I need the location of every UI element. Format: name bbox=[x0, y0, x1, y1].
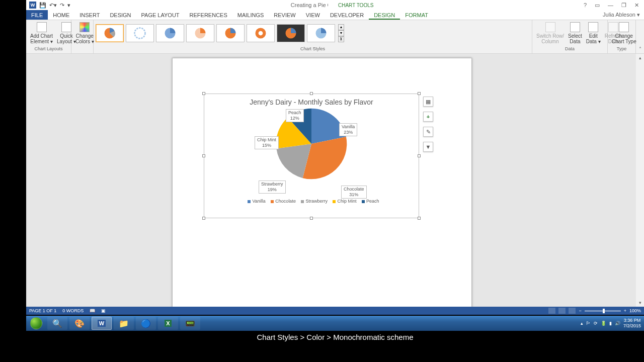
tray-show-hidden-icon[interactable]: ▴ bbox=[581, 321, 583, 326]
svg-point-6 bbox=[259, 31, 263, 36]
undo-icon[interactable]: ↶▾ bbox=[49, 2, 57, 9]
tab-chart-design[interactable]: DESIGN bbox=[369, 10, 400, 20]
data-label-peach[interactable]: Peach12% bbox=[286, 109, 304, 122]
zoom-in-button[interactable]: + bbox=[624, 308, 626, 313]
print-layout-icon[interactable] bbox=[558, 308, 566, 314]
tab-page-layout[interactable]: PAGE LAYOUT bbox=[136, 10, 185, 20]
taskbar-paint[interactable]: 🎨 bbox=[69, 317, 90, 330]
tab-insert[interactable]: INSERT bbox=[74, 10, 105, 20]
chart-style-3[interactable] bbox=[156, 24, 184, 42]
chart-style-7[interactable] bbox=[277, 24, 305, 42]
tray-clock[interactable]: 3:36 PM 7/2/2015 bbox=[623, 318, 641, 329]
svg-point-1 bbox=[135, 28, 145, 39]
taskbar-word[interactable]: W bbox=[92, 317, 112, 330]
status-page[interactable]: PAGE 1 OF 1 bbox=[29, 308, 56, 313]
tray-sync-icon[interactable]: ⟳ bbox=[594, 321, 598, 326]
chart-style-2[interactable] bbox=[126, 24, 154, 42]
tab-design[interactable]: DESIGN bbox=[105, 10, 136, 20]
scroll-up-icon[interactable]: ▴ bbox=[636, 54, 644, 62]
resize-handle[interactable] bbox=[202, 217, 205, 220]
chart-elements-button[interactable]: + bbox=[423, 112, 433, 122]
taskbar-excel[interactable]: X bbox=[158, 317, 178, 330]
ribbon-tabs: FILE HOME INSERT DESIGN PAGE LAYOUT REFE… bbox=[26, 10, 644, 20]
data-label-chip-mint[interactable]: Chip Mint15% bbox=[255, 136, 279, 149]
status-word-count[interactable]: 0 WORDS bbox=[62, 308, 84, 313]
tab-view[interactable]: VIEW bbox=[301, 10, 325, 20]
group-data: Switch Row/ Column Select Data Edit Data… bbox=[532, 20, 608, 53]
group-chart-styles: ▴ ▾ ⊻ Chart Styles bbox=[94, 20, 532, 53]
chart-style-5[interactable] bbox=[216, 24, 245, 42]
tab-home[interactable]: HOME bbox=[48, 10, 74, 20]
web-layout-icon[interactable] bbox=[569, 308, 576, 314]
chart-style-8[interactable] bbox=[307, 24, 335, 42]
chart-styles-button[interactable]: ✎ bbox=[423, 127, 433, 137]
chart-title[interactable]: Jenny's Dairy - Monthly Sales by Flavor bbox=[204, 94, 419, 106]
window-controls: ? ▭ — ❐ ✕ bbox=[582, 2, 644, 9]
document-area: Jenny's Dairy - Monthly Sales by Flavor … bbox=[26, 54, 644, 307]
change-colors-button[interactable]: Change Colors ▾ bbox=[73, 21, 96, 46]
legend-swatch bbox=[333, 200, 336, 203]
resize-handle[interactable] bbox=[418, 92, 421, 95]
resize-handle[interactable] bbox=[202, 92, 205, 95]
group-label-type: Type bbox=[610, 46, 633, 52]
qat-customize-icon[interactable]: ▾ bbox=[67, 2, 70, 9]
proofing-icon[interactable]: 📖 bbox=[90, 308, 95, 313]
account-user[interactable]: Julia Ableson ▾ bbox=[603, 12, 644, 18]
zoom-slider[interactable] bbox=[585, 310, 621, 312]
word-icon: W bbox=[29, 2, 36, 9]
add-chart-element-button[interactable]: Add Chart Element ▾ bbox=[28, 21, 55, 46]
taskbar-calculator[interactable]: 📟 bbox=[180, 317, 200, 330]
legend-swatch bbox=[301, 200, 304, 203]
help-icon[interactable]: ? bbox=[582, 2, 589, 8]
chart-styles-more-icon[interactable]: ⊻ bbox=[338, 36, 344, 42]
group-label-chart-styles: Chart Styles bbox=[96, 46, 530, 52]
macro-record-icon[interactable]: ▣ bbox=[101, 308, 106, 313]
word-window: W 💾 ↶▾ ↷ ▾ Creating a Pie Chart in Word … bbox=[26, 0, 644, 315]
data-label-vanilla[interactable]: Vanilla23% bbox=[339, 123, 357, 136]
tray-network-icon[interactable]: ▮ bbox=[609, 321, 612, 326]
chart-style-6[interactable] bbox=[247, 24, 275, 42]
tab-mailings[interactable]: MAILINGS bbox=[232, 10, 269, 20]
data-label-strawberry[interactable]: Strawberry19% bbox=[259, 180, 286, 194]
chart-legend[interactable]: Vanilla Chocolate Strawberry Chip Mint P… bbox=[204, 197, 419, 206]
taskbar-chrome[interactable]: 🔵 bbox=[136, 317, 156, 330]
scroll-down-icon[interactable]: ▾ bbox=[636, 299, 644, 307]
resize-handle[interactable] bbox=[310, 217, 313, 220]
chart-style-1[interactable] bbox=[96, 24, 124, 42]
chart-style-4[interactable] bbox=[186, 24, 214, 42]
read-mode-icon[interactable] bbox=[548, 308, 555, 314]
edit-data-button[interactable]: Edit Data ▾ bbox=[584, 21, 603, 46]
tab-developer[interactable]: DEVELOPER bbox=[325, 10, 369, 20]
tab-review[interactable]: REVIEW bbox=[269, 10, 300, 20]
collapse-ribbon-icon[interactable]: ˄ bbox=[639, 46, 641, 52]
layout-options-button[interactable]: ▦ bbox=[423, 97, 433, 107]
taskbar-magnifier[interactable]: 🔍 bbox=[47, 317, 67, 330]
select-data-button[interactable]: Select Data bbox=[566, 21, 584, 46]
tab-chart-format[interactable]: FORMAT bbox=[400, 10, 433, 20]
chart-styles-scroll-up-icon[interactable]: ▴ bbox=[338, 24, 344, 30]
redo-icon[interactable]: ↷ bbox=[60, 2, 64, 9]
zoom-level[interactable]: 100% bbox=[629, 308, 641, 313]
minimize-icon[interactable]: — bbox=[606, 2, 615, 8]
vertical-scrollbar[interactable]: ▴ ▾ bbox=[636, 54, 644, 307]
chart-styles-scroll-down-icon[interactable]: ▾ bbox=[338, 30, 344, 36]
zoom-out-button[interactable]: − bbox=[579, 308, 581, 313]
tab-references[interactable]: REFERENCES bbox=[185, 10, 232, 20]
save-icon[interactable]: 💾 bbox=[39, 2, 46, 9]
tray-action-center-icon[interactable]: 🏳 bbox=[586, 321, 591, 326]
pie-plot-area[interactable]: Vanilla23% Chocolate31% Strawberry19% Ch… bbox=[204, 106, 419, 197]
tab-file[interactable]: FILE bbox=[26, 10, 48, 20]
start-button[interactable] bbox=[26, 316, 46, 331]
chart-object[interactable]: Jenny's Dairy - Monthly Sales by Flavor … bbox=[204, 94, 419, 218]
restore-icon[interactable]: ❐ bbox=[619, 2, 628, 9]
resize-handle[interactable] bbox=[310, 92, 313, 95]
group-label-chart-layouts: Chart Layouts bbox=[28, 46, 69, 52]
tray-battery-icon[interactable]: 🔋 bbox=[601, 321, 606, 326]
close-icon[interactable]: ✕ bbox=[632, 2, 641, 9]
taskbar-explorer[interactable]: 📁 bbox=[114, 317, 134, 330]
data-label-chocolate[interactable]: Chocolate31% bbox=[341, 186, 367, 199]
chart-filters-button[interactable]: ▼ bbox=[423, 142, 433, 152]
tray-volume-icon[interactable]: 🔊 bbox=[615, 321, 620, 326]
ribbon-display-options-icon[interactable]: ▭ bbox=[593, 2, 602, 9]
resize-handle[interactable] bbox=[418, 217, 421, 220]
